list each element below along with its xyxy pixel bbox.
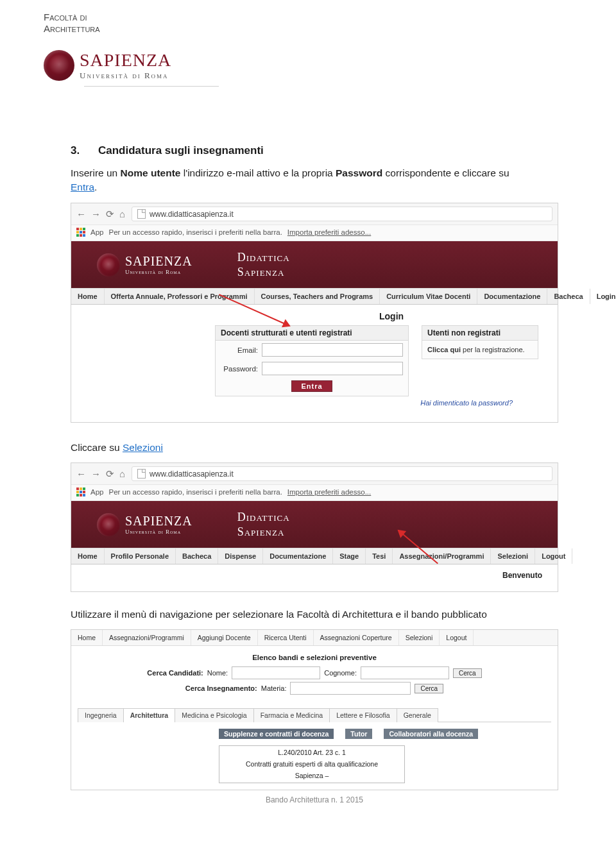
address-bar[interactable]: www.didatticasapienza.it (132, 207, 552, 221)
sel-menu-selezioni[interactable]: Selezioni (399, 630, 440, 645)
sel-menu-asseg[interactable]: Assegnazioni/Programmi (103, 630, 191, 645)
faculty-tabs: Ingegneria Architettura Medicina e Psico… (78, 708, 551, 722)
pill-tutor[interactable]: Tutor (345, 729, 372, 739)
menu2-bacheca[interactable]: Bacheca (176, 548, 218, 564)
menu1-bacheca[interactable]: Bacheca (547, 289, 590, 304)
url-text: www.didatticasapienza.it (150, 210, 234, 219)
pill-collaboratori[interactable]: Collaboratori alla docenza (384, 729, 478, 739)
menu2-assegnazioni[interactable]: Assegnazioni/Programmi (393, 548, 491, 564)
faculty-name: Facoltà di Architettura (44, 12, 616, 35)
tab-generale[interactable]: Generale (397, 708, 438, 722)
site-title-2: Didattica Sapienza (237, 510, 290, 539)
apps-icon[interactable] (76, 488, 85, 496)
apps-label[interactable]: App (90, 228, 103, 236)
url-text-2: www.didatticasapienza.it (150, 470, 234, 479)
nome-input[interactable] (232, 666, 320, 679)
page-footer: Bando Architettura n. 1 2015 (71, 795, 558, 804)
bookmark-bar-2: App Per un accesso rapido, inserisci i p… (71, 485, 558, 501)
menu1-offerta[interactable]: Offerta Annuale, Professori e Programmi (105, 289, 255, 304)
browser-toolbar: ← → ⟳ ⌂ www.didatticasapienza.it (71, 203, 558, 225)
site-sapienza-sub: Università di Roma (125, 269, 193, 275)
cerca-insegnamento-button[interactable]: Cerca (415, 684, 443, 693)
sel-menu-ricerca[interactable]: Ricerca Utenti (258, 630, 314, 645)
password-field[interactable] (262, 362, 403, 375)
site-title-2-l1: Didattica (237, 511, 290, 523)
apps-label-2[interactable]: App (90, 488, 103, 496)
menu1-login[interactable]: Login (590, 289, 616, 304)
login-panel-head: Docenti strutturati e utenti registrati (216, 326, 408, 341)
sapienza-logo: SAPIENZA Università di Roma (44, 50, 616, 81)
site-sapienza-word: SAPIENZA (125, 254, 193, 269)
forgot-password-link[interactable]: Hai dimenticato la password? (90, 399, 538, 407)
bookmark-bar: App Per un accesso rapido, inserisci i p… (71, 225, 558, 241)
pill-supplenze[interactable]: Supplenze e contratti di docenza (219, 729, 334, 739)
screenshot-login: ← → ⟳ ⌂ www.didatticasapienza.it App Per… (71, 203, 558, 423)
back-icon[interactable]: ← (76, 208, 86, 220)
menu2-profilo[interactable]: Profilo Personale (105, 548, 176, 564)
sel-menu-coperture[interactable]: Assegnazioni Coperture (314, 630, 399, 645)
site-sapienza-word-2: SAPIENZA (125, 514, 193, 529)
tab-architettura[interactable]: Architettura (123, 708, 176, 722)
register-link[interactable]: Clicca qui (427, 346, 461, 353)
site-cherub-icon (97, 513, 120, 536)
main-menu-1: Home Offerta Annuale, Professori e Progr… (71, 288, 558, 305)
tab-ingegneria[interactable]: Ingegneria (78, 708, 124, 722)
sel-menu: Home Assegnazioni/Programmi Aggiungi Doc… (71, 630, 558, 646)
menu1-home[interactable]: Home (71, 289, 105, 304)
registration-panel-head: Utenti non registrati (422, 326, 538, 341)
back-icon[interactable]: ← (76, 468, 86, 480)
sel-menu-home[interactable]: Home (71, 630, 103, 645)
menu2-tesi[interactable]: Tesi (366, 548, 393, 564)
menu1-doc[interactable]: Documentazione (477, 289, 547, 304)
tab-lettere-filosofia[interactable]: Lettere e Filosofia (329, 708, 397, 722)
screenshot-bandi: Home Assegnazioni/Programmi Aggiungi Doc… (71, 629, 558, 790)
faculty-line-2: Architettura (44, 23, 100, 34)
sapienza-subtitle: Università di Roma (80, 71, 171, 81)
forward-icon[interactable]: → (91, 468, 101, 480)
apps-icon[interactable] (76, 228, 85, 237)
paragraph-3: Utilizzare il menù di navigazione per se… (71, 609, 558, 620)
cognome-input[interactable] (361, 666, 449, 679)
menu1-cv[interactable]: Curriculum Vitae Docenti (380, 289, 477, 304)
bando-box[interactable]: L.240/2010 Art. 23 c. 1 Contratti gratui… (219, 745, 405, 783)
sapienza-word: SAPIENZA (80, 50, 171, 71)
faculty-line-1: Facoltà di (44, 12, 87, 22)
sel-heading: Elenco bandi e selezioni preventive (71, 646, 558, 666)
page-icon (137, 469, 146, 479)
home-icon[interactable]: ⌂ (119, 468, 125, 480)
site-title-l2: Sapienza (237, 266, 285, 278)
home-icon[interactable]: ⌂ (119, 208, 125, 220)
email-label: Email: (221, 346, 258, 354)
search-area: Cerca Candidati: Nome: Cognome: Cerca Ce… (71, 666, 558, 702)
cerca-candidati-button[interactable]: Cerca (453, 668, 482, 678)
tab-medicina-psicologia[interactable]: Medicina e Psicologia (175, 708, 254, 722)
site-sapienza-sub-2: Università di Roma (125, 529, 193, 535)
import-bookmarks-link[interactable]: Importa preferiti adesso... (287, 228, 371, 236)
materia-input[interactable] (290, 682, 411, 695)
p1-bold2: Password (336, 167, 382, 178)
section-heading: 3. Candidatura sugli insegnamenti (71, 144, 558, 157)
menu1-courses[interactable]: Courses, Teachers and Programs (255, 289, 381, 304)
tab-farmacia-medicina[interactable]: Farmacia e Medicina (253, 708, 330, 722)
cognome-label: Cognome: (324, 669, 357, 677)
menu2-stage[interactable]: Stage (333, 548, 366, 564)
menu2-selezioni[interactable]: Selezioni (491, 548, 535, 564)
email-field[interactable] (262, 343, 403, 357)
import-bookmarks-link-2[interactable]: Importa preferiti adesso... (287, 488, 371, 496)
menu2-dispense[interactable]: Dispense (218, 548, 263, 564)
password-label: Password: (221, 365, 258, 373)
menu2-doc[interactable]: Documentazione (263, 548, 333, 564)
site-title: Didattica Sapienza (237, 250, 290, 279)
menu2-logout[interactable]: Logout (535, 548, 572, 564)
p1-bold1: Nome utente (121, 167, 181, 178)
entra-button[interactable]: Entra (291, 380, 332, 392)
address-bar-2[interactable]: www.didatticasapienza.it (132, 466, 552, 481)
reload-icon[interactable]: ⟳ (106, 468, 114, 480)
sel-menu-logout[interactable]: Logout (440, 630, 474, 645)
forward-icon[interactable]: → (91, 208, 101, 220)
sel-menu-aggiungi[interactable]: Aggiungi Docente (191, 630, 258, 645)
bando-line3: Sapienza – (222, 770, 402, 782)
register-rest: per la registrazione. (461, 346, 525, 353)
menu2-home[interactable]: Home (71, 548, 105, 564)
reload-icon[interactable]: ⟳ (106, 208, 114, 220)
